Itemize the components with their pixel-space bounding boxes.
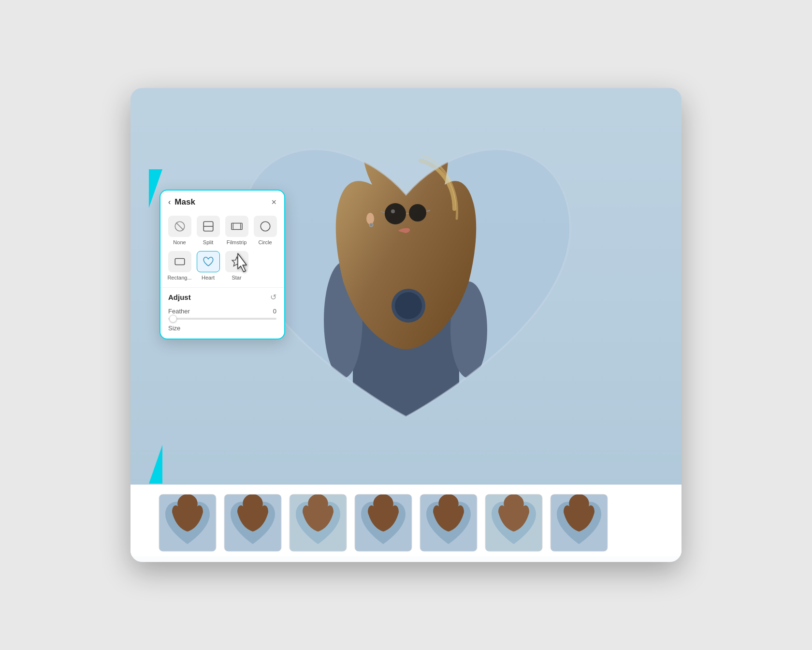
device-frame: // Will be rendered below bbox=[130, 88, 682, 562]
svg-point-55 bbox=[261, 222, 270, 231]
star-label: Star bbox=[232, 275, 241, 281]
svg-point-16 bbox=[395, 292, 422, 319]
mask-title-group: ‹ Mask bbox=[168, 197, 195, 207]
svg-line-47 bbox=[176, 222, 183, 230]
rectangle-label: Rectang... bbox=[167, 275, 191, 281]
mask-shape-split[interactable]: Split bbox=[196, 216, 220, 245]
size-label: Size bbox=[168, 325, 276, 332]
star-icon-box bbox=[225, 251, 248, 272]
feather-label: Feather bbox=[168, 308, 190, 315]
feather-thumb[interactable] bbox=[169, 315, 177, 323]
none-label: None bbox=[173, 239, 186, 245]
mask-shape-circle[interactable]: Circle bbox=[253, 216, 277, 245]
circle-icon bbox=[259, 220, 272, 233]
svg-line-11 bbox=[406, 213, 409, 214]
svg-marker-57 bbox=[232, 257, 242, 266]
mask-panel-title: Mask bbox=[174, 197, 195, 207]
none-icon-box bbox=[168, 216, 191, 237]
circle-label: Circle bbox=[258, 239, 272, 245]
reset-button[interactable]: ↺ bbox=[270, 293, 276, 302]
back-button[interactable]: ‹ bbox=[168, 198, 171, 207]
filmstrip-icon bbox=[231, 220, 243, 233]
filmstrip-label: Filmstrip bbox=[227, 239, 247, 245]
feather-value: 0 bbox=[273, 308, 276, 315]
back-icon: ‹ bbox=[168, 198, 171, 207]
mask-shapes-row2: Rectang... Heart Star bbox=[160, 251, 284, 287]
split-icon-box bbox=[197, 216, 220, 237]
rectangle-icon bbox=[174, 255, 186, 268]
adjust-label: Adjust bbox=[168, 293, 191, 301]
star-icon bbox=[231, 255, 243, 268]
heart-label: Heart bbox=[202, 275, 215, 281]
svg-point-7 bbox=[385, 203, 406, 224]
svg-point-8 bbox=[409, 204, 426, 222]
filmstrip-icon-box bbox=[225, 216, 248, 237]
mask-shape-none[interactable]: None bbox=[167, 216, 192, 245]
rectangle-icon-box bbox=[168, 251, 191, 272]
mask-shape-heart[interactable]: Heart bbox=[196, 251, 220, 281]
svg-point-13 bbox=[366, 213, 374, 224]
mask-shape-rectangle[interactable]: Rectang... bbox=[167, 251, 192, 281]
mask-shapes-row1: None Split bbox=[160, 212, 284, 251]
mask-shape-empty bbox=[253, 251, 277, 281]
adjust-section: Adjust ↺ Feather 0 Size bbox=[160, 287, 284, 339]
split-label: Split bbox=[203, 239, 213, 245]
adjust-header: Adjust ↺ bbox=[168, 293, 276, 302]
feather-label-row: Feather 0 bbox=[168, 308, 276, 315]
mask-shape-star[interactable]: Star bbox=[224, 251, 249, 281]
close-button[interactable]: × bbox=[271, 198, 276, 207]
mask-shape-filmstrip[interactable]: Filmstrip bbox=[224, 216, 249, 245]
split-icon bbox=[202, 220, 215, 233]
circle-icon-box bbox=[254, 216, 277, 237]
heart-icon-box bbox=[197, 251, 220, 272]
svg-rect-56 bbox=[175, 259, 185, 265]
svg-point-14 bbox=[369, 223, 373, 227]
svg-point-12 bbox=[391, 209, 395, 213]
filmstrip: // Will be rendered below bbox=[130, 485, 682, 562]
heart-icon bbox=[202, 255, 215, 268]
mask-panel: ‹ Mask × None bbox=[160, 190, 285, 340]
feather-slider-row: Feather 0 bbox=[168, 308, 276, 320]
mask-panel-header: ‹ Mask × bbox=[160, 191, 284, 212]
feather-track[interactable] bbox=[168, 318, 276, 320]
none-icon bbox=[174, 220, 186, 233]
